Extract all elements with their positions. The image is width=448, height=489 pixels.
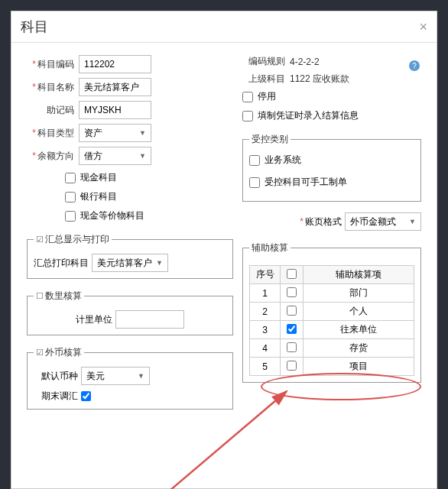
balance-dir-label: 余额方向 <box>27 150 79 163</box>
code-input[interactable] <box>79 55 151 73</box>
default-ccy-select[interactable]: 美元▼ <box>81 367 150 385</box>
manual-label: 受控科目可手工制单 <box>265 176 347 189</box>
chevron-down-icon: ▼ <box>409 218 416 225</box>
default-ccy-label: 默认币种 <box>41 370 78 383</box>
voucher-checkbox[interactable] <box>242 111 253 121</box>
fx-fieldset: 外币核算 默认币种 美元▼ 期末调汇 <box>27 346 233 410</box>
disable-checkbox[interactable] <box>242 92 253 102</box>
acct-fmt-select[interactable]: 外币金额式▼ <box>345 212 421 231</box>
table-row[interactable]: 3往来单位 <box>250 321 414 339</box>
table-row[interactable]: 2个人 <box>250 303 414 321</box>
close-icon[interactable]: × <box>419 19 427 35</box>
balance-dir-select[interactable]: 借方▼ <box>79 147 151 165</box>
table-row[interactable]: 1部门 <box>250 284 414 303</box>
chevron-down-icon: ▼ <box>156 259 163 267</box>
aux-chk-all[interactable] <box>287 269 297 279</box>
equiv-label: 现金等价物科目 <box>80 209 144 222</box>
chevron-down-icon: ▼ <box>138 372 144 380</box>
name-input[interactable] <box>79 78 151 96</box>
chevron-down-icon: ▼ <box>139 129 146 137</box>
summary-legend[interactable]: 汇总显示与打印 <box>34 233 112 246</box>
aux-row-checkbox[interactable] <box>287 306 297 316</box>
manual-checkbox[interactable] <box>249 177 260 188</box>
biz-checkbox[interactable] <box>249 155 260 166</box>
aux-row-checkbox[interactable] <box>287 324 297 334</box>
aux-legend: 辅助核算 <box>249 241 291 254</box>
qty-legend[interactable]: 数里核算 <box>34 290 84 303</box>
aux-th-chk <box>281 266 304 284</box>
code-label: 科目编码 <box>27 58 79 71</box>
aux-row-checkbox[interactable] <box>287 342 297 352</box>
type-label: 科目类型 <box>27 127 79 140</box>
rule-label: 编码规则 <box>242 55 285 68</box>
rule-value: 4-2-2-2 <box>290 57 320 67</box>
unit-label: 计里单位 <box>76 313 112 326</box>
print-subject-select[interactable]: 美元结算客户▼ <box>92 254 168 272</box>
bank-checkbox[interactable] <box>65 192 76 202</box>
cash-label: 现金科目 <box>80 171 117 184</box>
unit-input[interactable] <box>115 310 184 329</box>
name-label: 科目名称 <box>27 81 79 94</box>
chevron-down-icon: ▼ <box>139 152 146 160</box>
ctrl-fieldset: 受控类别 业务系统 受控科目可手工制单 <box>242 133 421 202</box>
period-adjust-label: 期末调汇 <box>41 390 78 403</box>
aux-row-checkbox[interactable] <box>287 361 297 371</box>
aux-th-item: 辅助核算项 <box>304 266 414 284</box>
voucher-label: 填制凭证时录入结算信息 <box>258 109 359 122</box>
acct-fmt-label: 账页格式 <box>300 215 342 228</box>
mnemonic-label: 助记码 <box>27 104 79 117</box>
aux-fieldset: 辅助核算 序号 辅助核算项 1部门2个人3往来单位4存货5项目 <box>242 241 421 383</box>
annotation-ellipse <box>261 373 421 400</box>
disable-label: 停用 <box>258 90 276 103</box>
type-select[interactable]: 资产▼ <box>79 124 151 142</box>
dialog-title: 科目 <box>21 18 48 36</box>
equiv-checkbox[interactable] <box>65 211 76 222</box>
cash-checkbox[interactable] <box>65 173 76 183</box>
aux-th-seq: 序号 <box>250 266 281 284</box>
ctrl-legend: 受控类别 <box>249 133 291 146</box>
mnemonic-input[interactable] <box>79 101 151 119</box>
biz-label: 业务系统 <box>265 154 301 167</box>
qty-fieldset: 数里核算 计里单位 <box>27 290 233 335</box>
table-row[interactable]: 4存货 <box>250 339 414 358</box>
period-adjust-checkbox[interactable] <box>81 391 91 401</box>
bank-label: 银行科目 <box>80 190 117 203</box>
summary-fieldset: 汇总显示与打印 汇总打印科目 美元结算客户▼ <box>27 233 233 279</box>
fx-legend[interactable]: 外币核算 <box>34 346 84 359</box>
print-subject-label: 汇总打印科目 <box>34 257 89 270</box>
aux-row-checkbox[interactable] <box>287 287 297 297</box>
aux-table: 序号 辅助核算项 1部门2个人3往来单位4存货5项目 <box>249 265 414 376</box>
parent-label: 上级科目 <box>242 73 285 86</box>
parent-value: 1122 应收账款 <box>290 73 349 86</box>
